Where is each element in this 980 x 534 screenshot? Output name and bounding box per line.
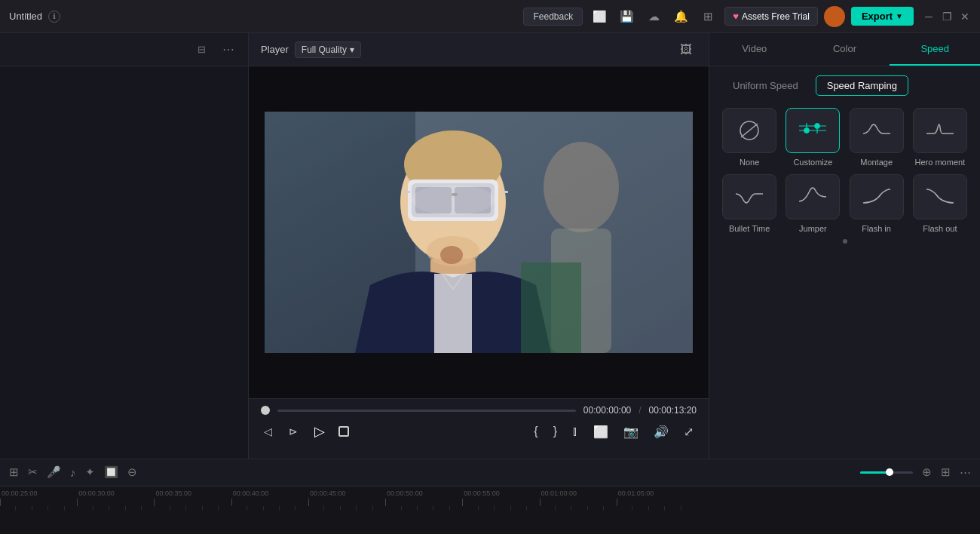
speed-option-hero-moment[interactable]: Hero moment <box>912 108 968 167</box>
theme-button[interactable] <box>824 6 845 27</box>
svg-rect-13 <box>434 274 472 353</box>
divider-dot-row <box>721 233 968 250</box>
pip-button[interactable]: ⬜ <box>590 423 611 440</box>
timeline-expand-icon[interactable]: ⊞ <box>9 465 19 479</box>
right-tabs: Video Color Speed <box>709 33 980 66</box>
speed-subtabs: Uniform Speed Speed Ramping <box>721 75 968 96</box>
svg-rect-11 <box>502 191 508 193</box>
zoom-slider-thumb <box>886 468 893 476</box>
speed-options-grid: None Customize <box>721 108 968 233</box>
video-preview <box>265 112 693 353</box>
bell-icon[interactable]: 🔔 <box>670 6 691 27</box>
speed-option-montage[interactable]: Montage <box>849 108 905 167</box>
window-controls: ─ ❐ ✕ <box>923 11 971 23</box>
rewind-button[interactable]: ◁ <box>261 424 275 439</box>
left-panel-content <box>0 66 248 459</box>
speed-montage-label: Montage <box>860 158 893 167</box>
tab-speed[interactable]: Speed <box>890 33 980 66</box>
play-button[interactable]: ▷ <box>311 422 328 441</box>
speed-icon-flash-out-box <box>913 174 967 219</box>
speed-icon-customize-svg <box>796 117 829 144</box>
player-label: Player <box>261 44 289 55</box>
timeline-mic-icon[interactable]: 🎤 <box>47 465 61 479</box>
speed-icon-hero-svg <box>923 117 957 144</box>
timeline-plus-icon[interactable]: ⊕ <box>922 465 932 479</box>
speed-icon-hero-box <box>913 108 967 153</box>
feedback-button[interactable]: Feedback <box>523 8 583 26</box>
speed-flash-out-label: Flash out <box>923 224 957 233</box>
maximize-button[interactable]: ❐ <box>941 11 953 23</box>
zoom-slider-track[interactable] <box>860 471 913 474</box>
controls-row: ◁ ⊳ ▷ { } ⫿ ⬜ 📷 🔊 ⤢ <box>261 422 697 441</box>
speed-none-label: None <box>740 158 759 167</box>
titlebar: Untitled ℹ Feedback ⬜ 💾 ☁ 🔔 ⊞ ♥ Assets F… <box>0 0 980 33</box>
speed-icon-none-svg <box>733 117 766 144</box>
grid-icon[interactable]: ⊞ <box>697 6 718 27</box>
speed-icon-flash-in-box <box>850 174 904 219</box>
timeline-minus-icon[interactable]: ⊖ <box>127 465 137 479</box>
close-button[interactable]: ✕ <box>959 11 971 23</box>
speed-bullet-label: Bullet Time <box>729 224 770 233</box>
mark-out-button[interactable]: } <box>550 423 560 440</box>
subtab-uniform-speed[interactable]: Uniform Speed <box>721 75 810 96</box>
cloud-upload-icon[interactable]: ☁ <box>643 6 664 27</box>
timeline-toolbar: ⊞ ✂ 🎤 ♪ ✦ 🔲 ⊖ ⊕ ⊞ ⋯ <box>0 459 980 486</box>
progress-track[interactable] <box>277 410 576 412</box>
volume-button[interactable]: 🔊 <box>651 423 672 440</box>
player-controls: 00:00:00:00 / 00:00:13:20 ◁ ⊳ ▷ { } ⫿ ⬜ … <box>249 398 709 459</box>
assets-free-trial-button[interactable]: ♥ Assets Free Trial <box>724 7 818 26</box>
speed-icon-montage-svg <box>860 117 893 144</box>
tab-video[interactable]: Video <box>709 33 800 66</box>
speed-icon-bullet-box <box>722 174 776 219</box>
left-panel-toolbar: ⊟ ⋯ <box>0 33 248 66</box>
subtab-speed-ramping[interactable]: Speed Ramping <box>816 75 908 96</box>
progress-thumb[interactable] <box>261 406 270 415</box>
speed-icon-jumper-svg <box>796 183 829 210</box>
timeline-zoom-control[interactable] <box>860 471 913 474</box>
timeline-sticker-icon[interactable]: 🔲 <box>104 465 118 479</box>
speed-customize-label: Customize <box>793 158 832 167</box>
save-icon[interactable]: 💾 <box>616 6 637 27</box>
export-button[interactable]: Export ▼ <box>851 7 914 26</box>
timeline-effect-icon[interactable]: ✦ <box>85 465 95 479</box>
stop-button[interactable] <box>338 426 349 437</box>
quality-select[interactable]: Full Quality ▾ <box>295 41 361 58</box>
time-total: 00:00:13:20 <box>649 405 697 416</box>
image-icon[interactable]: 🖼 <box>675 39 697 60</box>
split-button[interactable]: ⫿ <box>569 423 581 440</box>
quality-chevron-icon: ▾ <box>350 44 354 55</box>
time-separator: / <box>639 405 641 416</box>
screenshot-button[interactable]: 📷 <box>620 423 642 440</box>
timeline-more-icon[interactable]: ⋯ <box>960 465 971 479</box>
monitor-icon[interactable]: ⬜ <box>589 6 610 27</box>
export-dropdown-arrow: ▼ <box>896 12 903 20</box>
svg-rect-19 <box>521 262 581 353</box>
tab-color[interactable]: Color <box>800 33 890 66</box>
speed-icon-customize-box <box>786 108 840 153</box>
svg-rect-10 <box>404 191 410 193</box>
left-panel: ⊟ ⋯ <box>0 33 249 459</box>
timeline-grid-icon[interactable]: ⊞ <box>941 465 951 479</box>
speed-option-flash-in[interactable]: Flash in <box>849 174 905 233</box>
speed-option-none[interactable]: None <box>721 108 777 167</box>
speed-option-flash-out[interactable]: Flash out <box>912 174 968 233</box>
right-panel-body: Uniform Speed Speed Ramping None <box>709 66 980 459</box>
step-back-button[interactable]: ⊳ <box>286 424 301 439</box>
timeline-snip-icon[interactable]: ✂ <box>28 465 38 479</box>
more-options-icon[interactable]: ⋯ <box>218 39 239 60</box>
progress-bar-area[interactable]: 00:00:00:00 / 00:00:13:20 <box>261 405 697 416</box>
speed-option-bullet-time[interactable]: Bullet Time <box>721 174 777 233</box>
speed-option-customize[interactable]: Customize <box>785 108 841 167</box>
speed-option-jumper[interactable]: Jumper <box>785 174 841 233</box>
center-panel: Player Full Quality ▾ 🖼 <box>249 33 709 459</box>
mark-in-button[interactable]: { <box>531 423 541 440</box>
fullscreen-button[interactable]: ⤢ <box>681 423 697 440</box>
speed-hero-label: Hero moment <box>915 158 966 167</box>
minimize-button[interactable]: ─ <box>923 11 935 23</box>
filter-icon[interactable]: ⊟ <box>191 39 212 60</box>
speed-icon-flash-in-svg <box>860 183 893 210</box>
controls-right: { } ⫿ ⬜ 📷 🔊 ⤢ <box>531 423 697 440</box>
title-status-icon: ℹ <box>48 11 60 23</box>
svg-line-21 <box>741 124 758 137</box>
timeline-music-icon[interactable]: ♪ <box>70 466 76 479</box>
